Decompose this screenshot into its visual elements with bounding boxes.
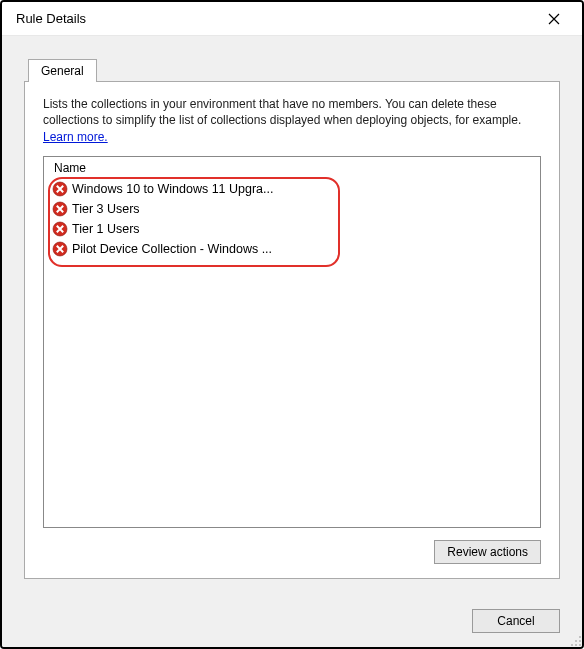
tabs-row: General: [28, 58, 560, 81]
svg-point-6: [575, 640, 577, 642]
svg-point-5: [579, 640, 581, 642]
svg-point-4: [579, 636, 581, 638]
error-icon: [52, 221, 68, 237]
review-actions-button[interactable]: Review actions: [434, 540, 541, 564]
list-item-label: Tier 3 Users: [72, 202, 140, 216]
list-item[interactable]: Tier 1 Users: [52, 219, 532, 239]
description-text: Lists the collections in your environmen…: [43, 96, 541, 128]
column-header-name: Name: [44, 157, 540, 179]
close-icon: [548, 13, 560, 25]
svg-point-7: [579, 644, 581, 646]
window-title: Rule Details: [16, 11, 534, 26]
dialog-footer: Cancel: [2, 595, 582, 647]
svg-point-8: [575, 644, 577, 646]
list-item[interactable]: Windows 10 to Windows 11 Upgra...: [52, 179, 532, 199]
error-icon: [52, 181, 68, 197]
error-icon: [52, 201, 68, 217]
list-item[interactable]: Tier 3 Users: [52, 199, 532, 219]
cancel-button[interactable]: Cancel: [472, 609, 560, 633]
list-item-label: Pilot Device Collection - Windows ...: [72, 242, 272, 256]
error-icon: [52, 241, 68, 257]
collections-list: Name Windows 10 to Windows 11 Upgra... T: [43, 156, 541, 528]
close-button[interactable]: [534, 4, 574, 34]
list-item-label: Windows 10 to Windows 11 Upgra...: [72, 182, 273, 196]
list-item[interactable]: Pilot Device Collection - Windows ...: [52, 239, 532, 259]
title-bar: Rule Details: [2, 2, 582, 36]
list-rows: Windows 10 to Windows 11 Upgra... Tier 3…: [44, 179, 540, 267]
tab-general[interactable]: General: [28, 59, 97, 82]
client-area: General Lists the collections in your en…: [2, 36, 582, 595]
general-panel: Lists the collections in your environmen…: [24, 81, 560, 579]
list-item-label: Tier 1 Users: [72, 222, 140, 236]
learn-more-link[interactable]: Learn more.: [43, 130, 541, 144]
panel-actions: Review actions: [43, 528, 541, 564]
svg-point-9: [571, 644, 573, 646]
resize-grip-icon[interactable]: [570, 635, 582, 647]
